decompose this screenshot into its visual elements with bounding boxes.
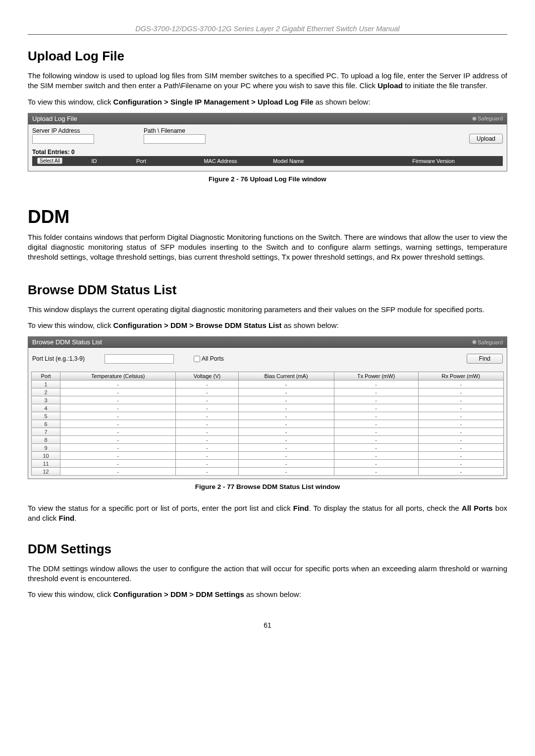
cell-value: - <box>60 444 176 452</box>
figure-caption-77: Figure 2 - 77 Browse DDM Status List win… <box>28 483 507 490</box>
upload-description: The following window is used to upload l… <box>28 71 507 91</box>
t4: All Ports <box>462 504 493 512</box>
figure-upload-log-file: Upload Log File Safeguard Server IP Addr… <box>28 113 507 171</box>
col-header: Bias Current (mA) <box>238 372 334 380</box>
cell-value: - <box>238 412 334 420</box>
upload-desc-bold: Upload <box>377 81 403 90</box>
t3: . To display the status for all ports, c… <box>309 504 462 512</box>
all-ports-label: All Ports <box>202 355 224 362</box>
table-row: 6----- <box>32 420 504 428</box>
cell-port: 2 <box>32 388 60 396</box>
cell-value: - <box>238 452 334 460</box>
col-header: Rx Power (mW) <box>418 372 503 380</box>
cell-value: - <box>176 428 238 436</box>
cell-value: - <box>238 436 334 444</box>
col-header: Tx Power (mW) <box>334 372 418 380</box>
figure-caption-76: Figure 2 - 76 Upload Log File window <box>28 175 507 183</box>
safeguard-badge: Safeguard <box>472 115 503 121</box>
server-ip-input[interactable] <box>32 134 94 144</box>
cell-value: - <box>60 428 176 436</box>
t2: Find <box>293 504 309 512</box>
panel-titlebar: Upload Log File Safeguard <box>28 113 507 124</box>
cell-value: - <box>60 396 176 404</box>
cell-value: - <box>418 420 503 428</box>
port-list-label: Port List (e.g.:1,3-9) <box>32 355 85 362</box>
cell-value: - <box>418 460 503 468</box>
cell-port: 8 <box>32 436 60 444</box>
heading-upload-log-file: Upload Log File <box>28 49 507 64</box>
cell-value: - <box>238 420 334 428</box>
cell-value: - <box>418 396 503 404</box>
col-header: Port <box>32 372 60 380</box>
path-filename-input[interactable] <box>144 134 206 144</box>
col-port: Port <box>111 158 171 164</box>
cell-value: - <box>334 404 418 412</box>
cell-value: - <box>418 444 503 452</box>
cell-value: - <box>418 452 503 460</box>
cell-value: - <box>60 452 176 460</box>
cell-value: - <box>176 460 238 468</box>
all-ports-checkbox[interactable] <box>194 356 200 362</box>
cell-value: - <box>238 428 334 436</box>
table-row: 7----- <box>32 428 504 436</box>
cell-value: - <box>418 380 503 388</box>
safeguard-text: Safeguard <box>478 115 503 121</box>
safeguard-icon <box>472 116 477 121</box>
upload-nav-pre: To view this window, click <box>28 98 113 106</box>
col-model: Model Name <box>270 158 364 164</box>
cell-value: - <box>238 388 334 396</box>
port-list-input[interactable] <box>105 354 174 364</box>
cell-value: - <box>176 444 238 452</box>
cell-value: - <box>176 396 238 404</box>
all-ports-option[interactable]: All Ports <box>194 355 224 362</box>
cell-value: - <box>334 388 418 396</box>
cell-value: - <box>334 436 418 444</box>
ddm-status-table: PortTemperature (Celsius)Voltage (V)Bias… <box>31 372 504 476</box>
table-row: 10----- <box>32 452 504 460</box>
cell-value: - <box>334 428 418 436</box>
cell-value: - <box>334 468 418 476</box>
cell-value: - <box>176 420 238 428</box>
cell-value: - <box>60 460 176 468</box>
browse-nav-post: as shown below: <box>282 321 339 329</box>
cell-value: - <box>334 444 418 452</box>
cell-value: - <box>238 444 334 452</box>
upload-desc-post: to initiate the file transfer. <box>403 81 487 90</box>
col-fw: Firmware Version <box>364 158 503 164</box>
t7: . <box>74 514 76 522</box>
upload-button[interactable]: Upload <box>469 134 503 144</box>
path-filename-label: Path \ Filename <box>144 127 206 134</box>
cell-value: - <box>238 468 334 476</box>
col-header: Voltage (V) <box>176 372 238 380</box>
heading-ddm-settings: DDM Settings <box>28 541 507 557</box>
ddms-nav-post: as shown below: <box>244 590 301 598</box>
col-id: ID <box>77 158 111 164</box>
table-body: 1-----2-----3-----4-----5-----6-----7---… <box>32 380 504 476</box>
browse-ddm-desc: This window displays the current operati… <box>28 305 507 315</box>
page-number: 61 <box>28 621 507 629</box>
table-row: 8----- <box>32 436 504 444</box>
ddms-nav-bold: Configuration > DDM > DDM Settings <box>113 590 244 598</box>
t1: To view the status for a specific port o… <box>28 504 293 512</box>
cell-value: - <box>334 460 418 468</box>
entries-header-row: Select All ID Port MAC Address Model Nam… <box>32 156 503 166</box>
cell-value: - <box>418 404 503 412</box>
find-button[interactable]: Find <box>467 354 503 364</box>
cell-value: - <box>418 428 503 436</box>
cell-port: 5 <box>32 412 60 420</box>
cell-value: - <box>334 412 418 420</box>
panel-title: Upload Log File <box>32 115 77 122</box>
figure-browse-ddm: Browse DDM Status List Safeguard Port Li… <box>28 336 507 479</box>
select-all-button[interactable]: Select All <box>37 158 62 164</box>
browse-nav-bold: Configuration > DDM > Browse DDM Status … <box>113 321 282 329</box>
cell-value: - <box>238 396 334 404</box>
cell-value: - <box>418 412 503 420</box>
cell-value: - <box>334 420 418 428</box>
cell-value: - <box>334 396 418 404</box>
col-mac: MAC Address <box>171 158 270 164</box>
cell-port: 1 <box>32 380 60 388</box>
table-row: 1----- <box>32 380 504 388</box>
cell-port: 11 <box>32 460 60 468</box>
heading-browse-ddm: Browse DDM Status List <box>28 282 507 298</box>
ddms-nav-pre: To view this window, click <box>28 590 113 598</box>
